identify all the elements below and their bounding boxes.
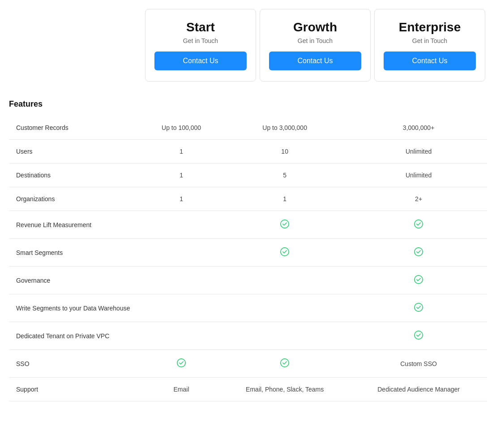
feature-label: Support xyxy=(9,378,143,401)
feature-label: Organizations xyxy=(9,187,143,211)
feature-growth-value xyxy=(219,211,350,239)
feature-growth-value xyxy=(219,267,350,294)
feature-enterprise-value: Unlimited xyxy=(350,164,487,187)
plans-row: Start Get in Touch Contact Us Growth Get… xyxy=(9,9,487,82)
plan-name-growth: Growth xyxy=(269,20,361,34)
check-icon xyxy=(414,330,423,340)
features-section: Features Customer RecordsUp to 100,000Up… xyxy=(0,95,496,401)
feature-growth-value: 5 xyxy=(219,164,350,187)
feature-label: Revenue Lift Measurement xyxy=(9,211,143,239)
feature-growth-value xyxy=(219,294,350,322)
table-row: Revenue Lift Measurement xyxy=(9,211,487,239)
table-row: Destinations15Unlimited xyxy=(9,164,487,187)
plan-card-enterprise: Enterprise Get in Touch Contact Us xyxy=(374,9,485,82)
feature-growth-value xyxy=(219,322,350,350)
plan-subtitle-enterprise: Get in Touch xyxy=(384,37,476,44)
feature-label: Destinations xyxy=(9,164,143,187)
feature-growth-value xyxy=(219,239,350,267)
feature-start-value: Email xyxy=(143,378,219,401)
pricing-container: Start Get in Touch Contact Us Growth Get… xyxy=(0,0,496,82)
feature-label: Governance xyxy=(9,267,143,294)
feature-start-value: 1 xyxy=(143,187,219,211)
feature-enterprise-value xyxy=(350,239,487,267)
contact-button-growth[interactable]: Contact Us xyxy=(269,52,361,70)
features-title: Features xyxy=(9,95,487,116)
feature-label: Dedicated Tenant on Private VPC xyxy=(9,322,143,350)
svg-point-5 xyxy=(415,303,423,311)
check-icon xyxy=(280,358,290,368)
check-icon xyxy=(414,247,423,257)
table-row: Organizations112+ xyxy=(9,187,487,211)
check-icon xyxy=(414,275,423,284)
svg-point-3 xyxy=(415,248,423,256)
feature-label: Users xyxy=(9,140,143,164)
feature-enterprise-value xyxy=(350,211,487,239)
feature-growth-value: Up to 3,000,000 xyxy=(219,116,350,140)
svg-point-1 xyxy=(415,220,423,228)
feature-start-value xyxy=(143,350,219,378)
svg-point-8 xyxy=(281,359,289,367)
table-row: Governance xyxy=(9,267,487,294)
check-icon xyxy=(176,358,186,368)
check-icon xyxy=(414,302,423,312)
feature-label: Write Segments to your Data Warehouse xyxy=(9,294,143,322)
features-table: Customer RecordsUp to 100,000Up to 3,000… xyxy=(9,116,487,401)
feature-label: Smart Segments xyxy=(9,239,143,267)
feature-growth-value: 1 xyxy=(219,187,350,211)
check-icon xyxy=(414,219,423,229)
feature-start-value: 1 xyxy=(143,140,219,164)
plan-card-growth: Growth Get in Touch Contact Us xyxy=(260,9,371,82)
feature-enterprise-value: 2+ xyxy=(350,187,487,211)
table-row: Dedicated Tenant on Private VPC xyxy=(9,322,487,350)
table-row: Write Segments to your Data Warehouse xyxy=(9,294,487,322)
feature-enterprise-value xyxy=(350,294,487,322)
check-icon xyxy=(280,219,290,229)
feature-enterprise-value xyxy=(350,322,487,350)
feature-start-value xyxy=(143,322,219,350)
feature-label: Customer Records xyxy=(9,116,143,140)
svg-point-2 xyxy=(281,248,289,256)
plan-subtitle-start: Get in Touch xyxy=(154,37,247,44)
contact-button-start[interactable]: Contact Us xyxy=(154,52,247,70)
plan-card-start: Start Get in Touch Contact Us xyxy=(145,9,256,82)
table-row: Smart Segments xyxy=(9,239,487,267)
feature-start-value xyxy=(143,294,219,322)
feature-start-value xyxy=(143,239,219,267)
table-row: Customer RecordsUp to 100,000Up to 3,000… xyxy=(9,116,487,140)
feature-growth-value: Email, Phone, Slack, Teams xyxy=(219,378,350,401)
table-row: Users110Unlimited xyxy=(9,140,487,164)
plan-name-start: Start xyxy=(154,20,247,34)
feature-start-value xyxy=(143,267,219,294)
feature-enterprise-value xyxy=(350,267,487,294)
feature-growth-value: 10 xyxy=(219,140,350,164)
feature-enterprise-value: Custom SSO xyxy=(350,350,487,378)
feature-enterprise-value: 3,000,000+ xyxy=(350,116,487,140)
table-row: SupportEmailEmail, Phone, Slack, TeamsDe… xyxy=(9,378,487,401)
table-row: SSO Custom SSO xyxy=(9,350,487,378)
feature-enterprise-value: Dedicated Audience Manager xyxy=(350,378,487,401)
feature-start-value xyxy=(143,211,219,239)
contact-button-enterprise[interactable]: Contact Us xyxy=(384,52,476,70)
svg-point-6 xyxy=(415,331,423,339)
plan-subtitle-growth: Get in Touch xyxy=(269,37,361,44)
feature-growth-value xyxy=(219,350,350,378)
plan-name-enterprise: Enterprise xyxy=(384,20,476,34)
svg-point-7 xyxy=(177,359,185,367)
svg-point-0 xyxy=(281,220,289,228)
check-icon xyxy=(280,247,290,257)
feature-label: SSO xyxy=(9,350,143,378)
svg-point-4 xyxy=(415,276,423,284)
feature-enterprise-value: Unlimited xyxy=(350,140,487,164)
feature-start-value: 1 xyxy=(143,164,219,187)
feature-start-value: Up to 100,000 xyxy=(143,116,219,140)
